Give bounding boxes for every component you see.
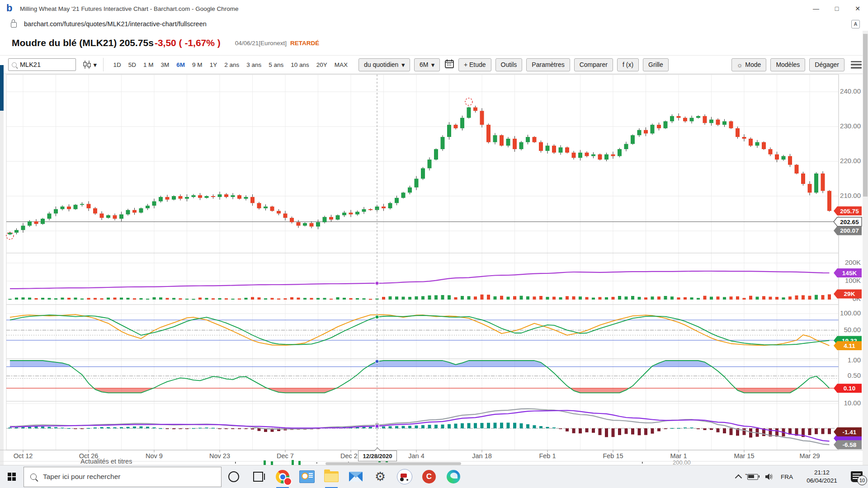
toolbar-button-fx[interactable]: f (x) xyxy=(617,58,639,71)
farm-app-button[interactable] xyxy=(392,465,417,488)
calendar-icon xyxy=(444,59,454,69)
translate-icon[interactable]: A xyxy=(851,20,860,28)
lock-icon xyxy=(11,22,17,28)
speaker-icon[interactable] xyxy=(765,473,774,480)
cortana-button[interactable] xyxy=(222,465,246,488)
svg-text:205.75: 205.75 xyxy=(840,208,859,215)
range-buttons: 1D5D1 M3M6M9 M1Y2 ans3 ans5 ans10 ans20Y… xyxy=(110,61,352,68)
chrome-badge xyxy=(283,477,292,486)
range-1D[interactable]: 1D xyxy=(113,61,121,68)
candlestick-type-icon xyxy=(82,60,92,69)
file-explorer-button[interactable] xyxy=(319,465,344,488)
menu-icon[interactable] xyxy=(851,61,862,69)
taskbar-search-input[interactable]: Taper ici pour rechercher xyxy=(24,467,222,487)
right-toolbar-buttons: ☼ModeModèlesDégager xyxy=(727,58,862,71)
svg-text:100.00: 100.00 xyxy=(840,309,861,317)
range-1Y[interactable]: 1Y xyxy=(210,61,217,68)
battery-icon[interactable]: ⌁ xyxy=(747,474,758,480)
span-select[interactable]: 6M▾ xyxy=(414,58,440,71)
task-view-button[interactable] xyxy=(246,465,270,488)
clock[interactable]: 21:12 06/04/2021 xyxy=(801,469,843,485)
svg-text:Nov 23: Nov 23 xyxy=(209,452,230,460)
svg-text:-1.41: -1.41 xyxy=(843,429,857,436)
svg-text:0.50: 0.50 xyxy=(848,371,861,379)
minimize-button[interactable]: — xyxy=(806,0,826,17)
quote-title: Moudre du blé (MLK21) 205.75s xyxy=(12,38,154,48)
study-tool-buttons: + EtudeOutilsParamètresComparerf (x)Gril… xyxy=(454,58,669,71)
chevron-down-icon: ▾ xyxy=(94,61,97,68)
range-5ans[interactable]: 5 ans xyxy=(269,61,283,68)
toolbar-button-modles[interactable]: Modèles xyxy=(770,58,805,71)
toolbar-button-mode[interactable]: ☼Mode xyxy=(731,58,767,71)
frequency-select[interactable]: du quotidien▾ xyxy=(359,58,410,71)
svg-text:Mar 15: Mar 15 xyxy=(734,452,754,460)
maximize-button[interactable]: □ xyxy=(826,0,847,17)
address-bar[interactable]: barchart.com/futures/quotes/MLK21/intera… xyxy=(0,17,868,31)
range-5D[interactable]: 5D xyxy=(128,61,136,68)
symbol-value: MLK21 xyxy=(20,61,41,68)
barchart-favicon-icon: b xyxy=(6,4,15,13)
search-icon xyxy=(12,62,17,67)
windows-logo-icon xyxy=(8,473,16,481)
range-20Y[interactable]: 20Y xyxy=(316,61,327,68)
chevron-down-icon: ▾ xyxy=(431,61,434,68)
settings-button[interactable]: ⚙ xyxy=(368,465,392,488)
dashboard-app-icon xyxy=(299,470,315,483)
threshold-lines xyxy=(6,222,839,428)
toolbar-button-dgager[interactable]: Dégager xyxy=(809,58,844,71)
symbol-search-input[interactable]: MLK21 xyxy=(8,58,76,71)
window-titlebar: b Milling Wheat May '21 Futures Interact… xyxy=(0,0,868,18)
svg-text:0.10: 0.10 xyxy=(844,385,855,392)
tray-chevron-up-icon[interactable] xyxy=(735,474,742,481)
range-MAX[interactable]: MAX xyxy=(335,61,348,68)
mail-icon xyxy=(349,472,363,482)
range-9M[interactable]: 9 M xyxy=(192,61,203,68)
svg-text:4.11: 4.11 xyxy=(844,343,855,349)
range-1M[interactable]: 1 M xyxy=(143,61,154,68)
tray-date: 06/04/2021 xyxy=(801,477,843,485)
calendar-button[interactable] xyxy=(444,59,454,70)
dashboard-app-button[interactable] xyxy=(295,465,319,488)
toolbar-button-outils[interactable]: Outils xyxy=(495,58,523,71)
close-button[interactable]: ✕ xyxy=(847,0,868,17)
svg-text:210.00: 210.00 xyxy=(840,192,861,199)
tray-time: 21:12 xyxy=(801,469,843,477)
chart-canvas[interactable]: 240.00230.00220.00210.00200K100K0K100.00… xyxy=(0,74,868,465)
interactive-chart[interactable]: 240.00230.00220.00210.00200K100K0K100.00… xyxy=(0,74,868,465)
toolbar-button-paramtres[interactable]: Paramètres xyxy=(526,58,570,71)
news-section-label: Actualités et titres xyxy=(80,458,132,465)
crosshair xyxy=(375,75,379,450)
toolbar-button-grille[interactable]: Grille xyxy=(643,58,669,71)
svg-text:100K: 100K xyxy=(845,277,861,284)
svg-text:Oct 12: Oct 12 xyxy=(14,452,33,460)
windows-taskbar: Taper ici pour rechercher ⚙ C ⌁ FRA 21:1… xyxy=(0,465,868,488)
open-interest-line xyxy=(10,271,830,289)
chrome-taskbar-button[interactable] xyxy=(270,465,295,488)
svg-text:Nov 9: Nov 9 xyxy=(146,452,163,460)
chart-type-selector[interactable]: ▾ xyxy=(82,60,97,69)
svg-text:Mar 29: Mar 29 xyxy=(799,452,820,460)
range-3ans[interactable]: 3 ans xyxy=(246,61,261,68)
svg-text:-6.58: -6.58 xyxy=(843,441,857,448)
svg-text:1.00: 1.00 xyxy=(848,356,861,364)
range-2ans[interactable]: 2 ans xyxy=(224,61,239,68)
url-text[interactable]: barchart.com/futures/quotes/MLK21/intera… xyxy=(24,20,207,28)
cleaner-app-button[interactable]: C xyxy=(417,465,441,488)
mail-button[interactable] xyxy=(344,465,368,488)
range-10ans[interactable]: 10 ans xyxy=(291,61,309,68)
toolbar-button-etude[interactable]: + Etude xyxy=(458,58,491,71)
toolbar-button-comparer[interactable]: Comparer xyxy=(574,58,613,71)
turning-point-annotations xyxy=(6,98,472,239)
tractor-icon xyxy=(397,469,412,484)
candlestick-series xyxy=(8,106,832,235)
quote-change: -3,50 ( -1,67% ) xyxy=(155,38,221,48)
chevron-down-icon: ▾ xyxy=(401,61,405,68)
language-indicator[interactable]: FRA xyxy=(781,474,793,480)
action-center-button[interactable]: 10 xyxy=(851,471,863,482)
start-button[interactable] xyxy=(0,465,24,488)
range-3M[interactable]: 3M xyxy=(161,61,170,68)
edge-button[interactable] xyxy=(441,465,466,488)
edge-icon xyxy=(447,470,460,483)
vertical-scrollbar-thumb[interactable] xyxy=(863,34,868,197)
range-6M[interactable]: 6M xyxy=(176,61,185,68)
